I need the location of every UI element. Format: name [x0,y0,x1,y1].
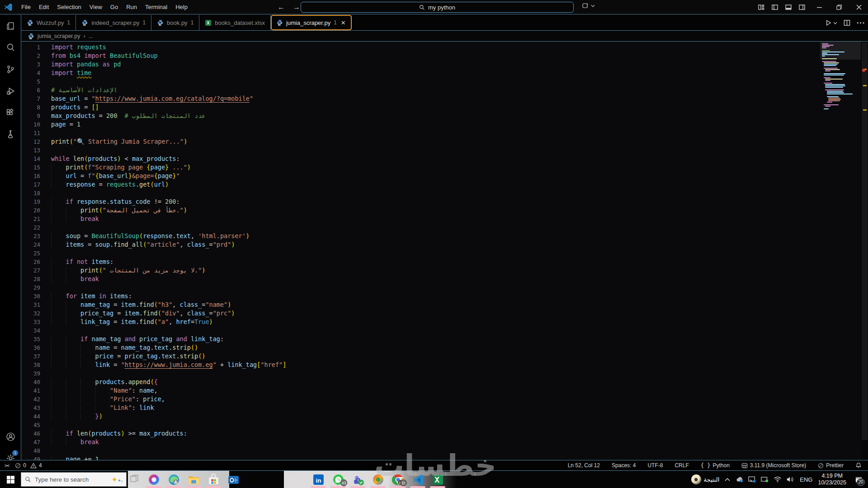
usb-monitor-icon[interactable] [761,476,769,483]
onedrive-icon[interactable]: i [736,476,744,483]
code-line[interactable]: 21 break [21,215,868,223]
code-line[interactable]: 35 if name_tag and price_tag and link_ta… [21,335,868,343]
code-line[interactable]: 38 link = "https://www.jumia.com.eg" + l… [21,361,868,369]
minimize-button[interactable] [809,0,829,14]
code-line[interactable]: 46 if len(products) >= max_products: [21,429,868,438]
code-line[interactable]: 3import pandas as pd [21,60,868,69]
breadcrumb-file[interactable]: jumia_scraper.py [38,33,80,39]
command-center-search[interactable]: my python [301,2,574,13]
code-line[interactable]: 9max_products = 200 # عدد المنتجات المطل… [21,112,868,120]
activity-run-debug[interactable] [0,80,21,102]
code-line[interactable]: 41 "Name": name, [21,386,868,395]
editor-scrollbar[interactable] [861,42,868,460]
start-button[interactable] [0,471,21,488]
copilot-menu[interactable] [582,2,595,9]
menu-help[interactable]: Help [171,0,192,14]
taskbar-app-store[interactable] [203,471,223,488]
tab-indeed_scraper.py[interactable]: indeed_scraper.py1 [76,15,151,30]
code-line[interactable]: 18 [21,189,868,197]
code-line[interactable]: 48 [21,446,868,455]
taskbar-app-chrome[interactable]: DD [388,471,408,488]
cast-icon[interactable] [748,476,756,483]
code-line[interactable]: 14while len(products) < max_products: [21,155,868,163]
code-line[interactable]: 2from bs4 import BeautifulSoup [21,52,868,60]
taskbar-app-edge[interactable] [164,471,184,488]
code-line[interactable]: 28 break [21,275,868,283]
code-line[interactable]: 19 if response.status_code != 200: [21,197,868,206]
toggle-secondary-sidebar-icon[interactable] [798,4,806,11]
more-actions-button[interactable]: ··· [857,19,865,27]
code-line[interactable]: 43 "Link": link [21,404,868,412]
minimap-viewport[interactable] [820,42,861,60]
activity-search[interactable] [0,37,21,58]
taskbar-app-outlook[interactable] [223,471,243,488]
notification-center[interactable]: 20 [852,471,865,488]
code-line[interactable]: 33 link_tag = item.find("a", href=True) [21,318,868,326]
code-editor[interactable]: 1import requests2from bs4 import Beautif… [21,42,868,460]
code-line[interactable]: 12print("🔍 Starting Jumia Scraper...") [21,137,868,146]
indentation-setting[interactable]: Spaces: 4 [612,462,636,469]
code-line[interactable]: 37 price = price_tag.text.strip() [21,352,868,361]
tab-jumia_scraper.py[interactable]: jumia_scraper.py1✕ [271,15,352,30]
encoding-setting[interactable]: UTF-8 [647,462,663,469]
taskbar-app-explorer[interactable] [184,471,203,488]
taskbar-app-excel[interactable] [428,471,448,488]
code-line[interactable]: 1import requests [21,43,868,52]
code-line[interactable]: 4import time [21,69,868,77]
menu-view[interactable]: View [85,0,106,14]
formatter-status[interactable]: Prettier [818,462,844,469]
code-line[interactable]: 8products = [] [21,103,868,112]
code-line[interactable]: 26 if not items: [21,258,868,266]
code-line[interactable]: 15 print(f"Scraping page {page} ...") [21,163,868,172]
taskbar-app-photos[interactable] [368,471,388,488]
code-line[interactable]: 49 page += 1 [21,455,868,460]
nav-forward-button[interactable]: → [293,3,300,11]
code-line[interactable]: 25 [21,249,868,258]
customize-layout-icon[interactable] [758,4,765,11]
activity-explorer[interactable] [0,15,21,37]
restore-button[interactable] [829,0,849,14]
code-line[interactable]: 10page = 1 [21,120,868,129]
tab-books_dataset.xlsx[interactable]: books_dataset.xlsx [199,15,271,30]
remote-indicator-icon[interactable]: >< [5,463,9,469]
code-line[interactable]: 24 items = soup.find_all("article", clas… [21,240,868,249]
tray-expand-icon[interactable] [725,478,730,481]
split-editor-icon[interactable] [844,19,850,26]
code-line[interactable]: 44 }) [21,412,868,421]
tab-Wuzzuf.py[interactable]: Wuzzuf.py1 [21,15,76,30]
eol-setting[interactable]: CRLF [675,462,689,469]
code-line[interactable]: 23 soup = BeautifulSoup(response.text, '… [21,232,868,240]
code-line[interactable]: 16 url = f"{base_url}&page={page}" [21,172,868,180]
task-view-icon[interactable] [130,474,139,483]
cursor-position[interactable]: Ln 52, Col 12 [568,462,600,469]
code-line[interactable]: 27 print(" لا يوجد مزيد من المنتجات.") [21,266,868,275]
code-line[interactable]: 6# الإعدادات الأساسية [21,86,868,94]
menu-edit[interactable]: Edit [35,0,53,14]
code-line[interactable]: 22 [21,223,868,232]
activity-source-control[interactable] [0,58,21,80]
taskbar-app-linkedin[interactable]: in [308,471,328,488]
tab-book.py[interactable]: book.py1 [151,15,199,30]
taskbar-app-copilot[interactable] [144,471,164,488]
activity-extensions[interactable] [0,102,21,123]
speaker-icon[interactable] [786,476,794,483]
menu-file[interactable]: File [17,0,35,14]
taskbar-app-teams[interactable]: T [348,471,368,488]
code-line[interactable]: 30 for item in items: [21,292,868,300]
language-indicator[interactable]: ENG [800,476,812,483]
code-line[interactable]: 45 [21,421,868,429]
code-line[interactable]: 34 [21,326,868,335]
activity-testing[interactable] [0,123,21,145]
activity-account[interactable] [0,426,21,447]
code-line[interactable]: 5 [21,77,868,86]
python-interpreter[interactable]: 3.11.9 (Microsoft Store) [741,462,807,469]
taskbar-search-box[interactable]: Type here to search ✦✦• [21,472,127,487]
code-line[interactable]: 7base_url = "https://www.jumia.com.eg/ca… [21,94,868,103]
score-widget[interactable]: النتيجة [691,474,720,484]
code-line[interactable]: 42 "Price": price, [21,395,868,404]
wifi-icon[interactable] [774,476,782,483]
menu-run[interactable]: Run [122,0,141,14]
menu-terminal[interactable]: Terminal [141,0,171,14]
code-line[interactable]: 32 price_tag = item.find("div", class_="… [21,309,868,318]
taskbar-app-whatsapp[interactable]: 43 [328,471,348,488]
